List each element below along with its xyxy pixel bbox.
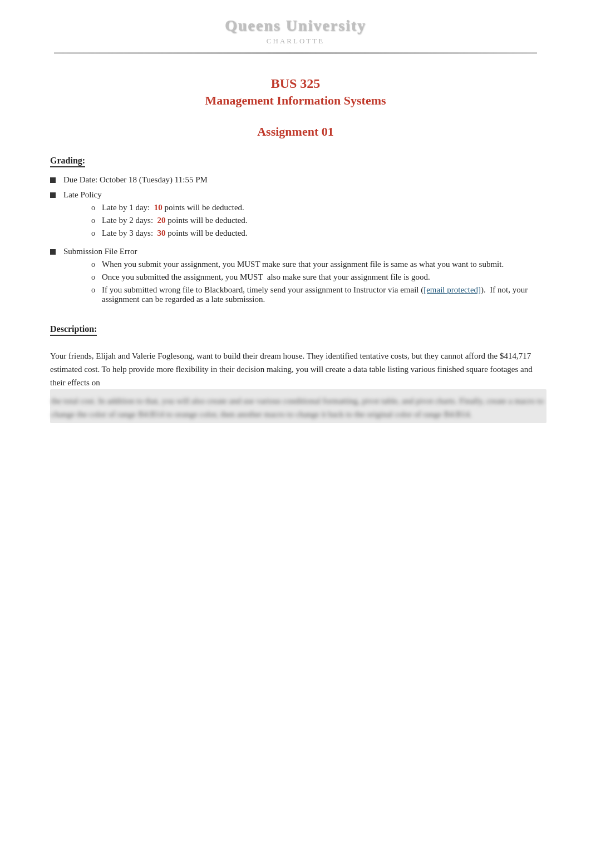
sub-bullet-icon: o: [91, 286, 95, 295]
university-name: Queens University: [11, 17, 580, 34]
email-link[interactable]: [email protected]: [423, 285, 481, 294]
sub-bullet-icon: o: [91, 273, 95, 282]
submission-text-3: If you submitted wrong file to Blackboar…: [102, 285, 546, 304]
submission-item-2: o Once you submitted the assignment, you…: [63, 272, 546, 282]
course-name: Management Information Systems: [0, 93, 591, 108]
assignment-title: Assignment 01: [0, 125, 591, 139]
bullet-square-icon: [50, 192, 56, 198]
header: Queens University CHARLOTTE: [0, 0, 591, 59]
submission-error-item: Submission File Error o When you submit …: [50, 247, 546, 307]
late-3-days: o Late by 3 days: 30 points will be dedu…: [63, 229, 546, 238]
submission-error-label: Submission File Error: [63, 247, 137, 256]
course-code: BUS 325: [0, 76, 591, 91]
late-policy-item: Late Policy o Late by 1 day: 10 points w…: [50, 190, 546, 241]
bullet-square-icon: [50, 249, 56, 255]
late-1-day: o Late by 1 day: 10 points will be deduc…: [63, 203, 546, 212]
submission-item-3: o If you submitted wrong file to Blackbo…: [63, 285, 546, 304]
header-divider: [54, 52, 538, 54]
sub-bullet-icon: o: [91, 260, 95, 269]
description-section: Description: Your friends, Elijah and Va…: [50, 324, 546, 423]
submission-text-1: When you submit your assignment, you MUS…: [102, 260, 504, 269]
sub-bullet-icon: o: [91, 216, 95, 225]
grading-section: Grading: Due Date: October 18 (Tuesday) …: [50, 156, 546, 307]
late-policy-sub-list: o Late by 1 day: 10 points will be deduc…: [63, 203, 546, 238]
main-content: Grading: Due Date: October 18 (Tuesday) …: [0, 156, 591, 423]
late-2-days: o Late by 2 days: 20 points will be dedu…: [63, 216, 546, 225]
university-subtitle: CHARLOTTE: [11, 37, 580, 46]
grading-heading: Grading:: [50, 156, 85, 167]
blurred-text: the total cost. In addition to that, you…: [51, 394, 545, 421]
late-2-text: Late by 2 days: 20 points will be deduct…: [102, 216, 248, 225]
page-wrapper: Queens University CHARLOTTE BUS 325 Mana…: [0, 0, 591, 868]
late-1-number: 10: [154, 203, 162, 212]
course-info: BUS 325 Management Information Systems: [0, 76, 591, 108]
description-text: Your friends, Elijah and Valerie Fogleso…: [50, 349, 546, 389]
submission-item-1: o When you submit your assignment, you M…: [63, 260, 546, 269]
late-3-number: 30: [157, 229, 166, 237]
late-1-text: Late by 1 day: 10 points will be deducte…: [102, 203, 244, 212]
late-policy-label: Late Policy: [63, 190, 102, 199]
late-3-text: Late by 3 days: 30 points will be deduct…: [102, 229, 248, 238]
grading-list: Due Date: October 18 (Tuesday) 11:55 PM …: [50, 175, 546, 307]
late-2-number: 20: [157, 216, 166, 225]
due-date-text: Due Date: October 18 (Tuesday) 11:55 PM: [63, 175, 546, 185]
submission-sub-list: o When you submit your assignment, you M…: [63, 260, 546, 304]
due-date-item: Due Date: October 18 (Tuesday) 11:55 PM: [50, 175, 546, 185]
bullet-square-icon: [50, 177, 56, 183]
blurred-content: the total cost. In addition to that, you…: [50, 389, 546, 423]
submission-text-2: Once you submitted the assignment, you M…: [102, 272, 430, 282]
description-heading: Description:: [50, 324, 97, 336]
submission-error-content: Submission File Error o When you submit …: [63, 247, 546, 307]
late-policy-content: Late Policy o Late by 1 day: 10 points w…: [63, 190, 546, 241]
sub-bullet-icon: o: [91, 229, 95, 238]
sub-bullet-icon: o: [91, 204, 95, 212]
